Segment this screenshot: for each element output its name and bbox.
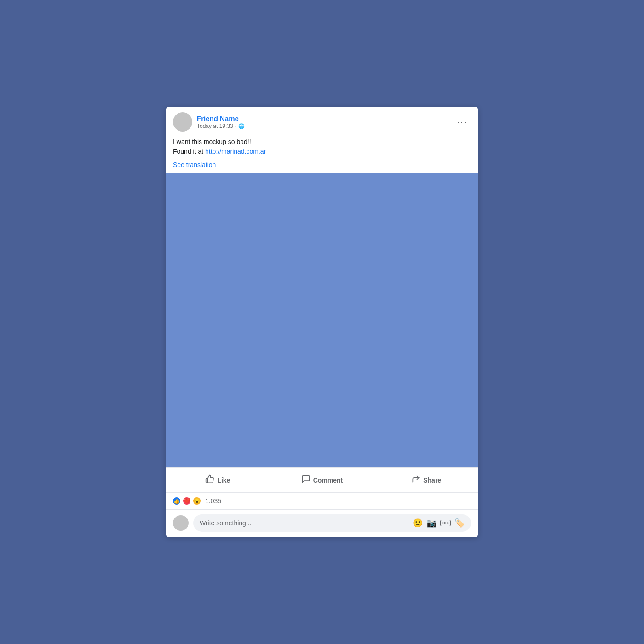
camera-button[interactable]: 📷 — [426, 519, 437, 527]
action-bar: Like Comment Share — [166, 467, 478, 493]
comment-button[interactable]: Comment — [272, 471, 373, 489]
timestamp: Today at 19:33 — [197, 123, 233, 129]
avatar — [173, 112, 192, 132]
like-icon — [205, 474, 214, 486]
reactions-bar: 👍 ❤️ 😮 1.035 — [166, 493, 478, 510]
post-line2-prefix: Found it at — [173, 148, 205, 155]
comment-box: 🙂 📷 GIF 🏷️ — [166, 510, 478, 537]
post-meta: Friend Name Today at 19:33 · 🌐 — [197, 115, 245, 129]
like-button[interactable]: Like — [167, 471, 268, 489]
post-link[interactable]: http://marinad.com.ar — [205, 148, 266, 155]
emoji-button[interactable]: 🙂 — [413, 519, 423, 527]
comment-input[interactable] — [200, 519, 408, 527]
share-button[interactable]: Share — [376, 471, 477, 489]
post-line1: I want this mockup so bad!! — [173, 138, 251, 145]
see-translation-link[interactable]: See translation — [166, 160, 478, 173]
globe-icon: 🌐 — [238, 123, 245, 129]
sticker-button[interactable]: 🏷️ — [454, 518, 465, 528]
reaction-count: 1.035 — [205, 497, 221, 505]
commenter-avatar — [173, 515, 189, 531]
post-header-left: Friend Name Today at 19:33 · 🌐 — [173, 112, 245, 132]
comment-icons: 🙂 📷 GIF 🏷️ — [413, 518, 465, 528]
comment-icon — [301, 474, 310, 486]
wow-reaction: 😮 — [192, 496, 201, 506]
post-header: Friend Name Today at 19:33 · 🌐 ··· — [166, 107, 478, 137]
gif-button[interactable]: GIF — [440, 520, 451, 527]
post-image — [166, 173, 478, 467]
comment-label: Comment — [313, 477, 343, 484]
friend-name: Friend Name — [197, 115, 245, 123]
like-reaction: 👍 — [172, 496, 181, 506]
share-label: Share — [423, 477, 441, 484]
comment-input-wrap: 🙂 📷 GIF 🏷️ — [193, 514, 471, 532]
post-card: Friend Name Today at 19:33 · 🌐 ··· I wan… — [166, 107, 478, 537]
like-label: Like — [217, 477, 230, 484]
post-time: Today at 19:33 · 🌐 — [197, 123, 245, 129]
post-body-text: I want this mockup so bad!! Found it at … — [166, 137, 478, 160]
love-reaction: ❤️ — [182, 496, 191, 506]
more-options-button[interactable]: ··· — [453, 115, 471, 128]
separator: · — [235, 123, 236, 129]
share-icon — [411, 474, 420, 486]
